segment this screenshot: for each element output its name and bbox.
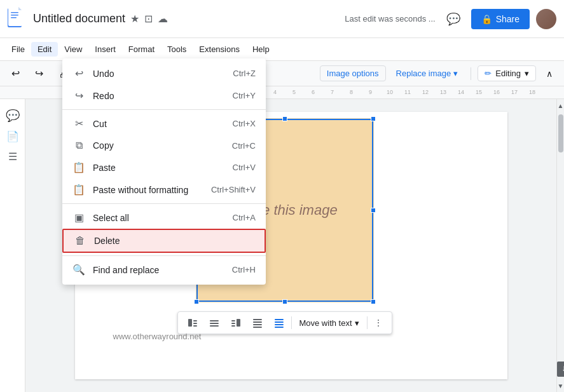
- paste-label: Paste: [93, 163, 233, 173]
- redo-icon: ↪: [72, 90, 85, 102]
- svg-rect-10: [209, 323, 218, 324]
- toolbar-divider-2: [471, 67, 471, 80]
- cut-icon: ✂: [72, 118, 85, 130]
- menu-item-redo[interactable]: ↪ Redo Ctrl+Y: [62, 84, 266, 107]
- avatar[interactable]: [536, 9, 556, 29]
- svg-rect-2: [11, 12, 18, 13]
- pencil-icon: ✏: [485, 69, 492, 78]
- img-align-right-btn[interactable]: [226, 314, 245, 331]
- svg-rect-16: [252, 319, 261, 320]
- svg-rect-18: [252, 324, 261, 325]
- menu-view[interactable]: View: [58, 42, 88, 57]
- scroll-up-button[interactable]: ▲: [557, 99, 565, 112]
- redo-shortcut: Ctrl+Y: [233, 91, 256, 100]
- cut-shortcut: Ctrl+X: [233, 119, 256, 128]
- move-text-dropdown-icon: ▾: [355, 318, 359, 328]
- handle-bottom-center[interactable]: [282, 299, 287, 304]
- handle-top-center[interactable]: [282, 116, 287, 121]
- doc-title[interactable]: Untitled document: [33, 12, 125, 25]
- menu-tools[interactable]: Tools: [161, 42, 193, 57]
- menu-item-paste[interactable]: 📋 Paste Ctrl+V: [62, 156, 266, 179]
- menu-extensions[interactable]: Extensions: [193, 42, 246, 57]
- menu-item-undo[interactable]: ↩ Undo Ctrl+Z: [62, 62, 266, 84]
- scroll-to-bottom-button[interactable]: ⬇: [557, 362, 564, 377]
- svg-rect-9: [209, 320, 218, 321]
- menu-item-select-all[interactable]: ▣ Select all Ctrl+A: [62, 206, 266, 229]
- undo-label: Undo: [93, 69, 233, 79]
- handle-top-right[interactable]: [371, 116, 376, 121]
- img-break-text-btn[interactable]: [269, 314, 288, 331]
- image-toolbar: Move with text ▾ ⋮: [177, 311, 392, 334]
- move-with-text-button[interactable]: Move with text ▾: [294, 316, 364, 330]
- svg-rect-21: [274, 321, 283, 323]
- svg-rect-6: [193, 320, 196, 321]
- menu-item-delete[interactable]: 🗑 Delete: [62, 229, 266, 253]
- star-icon[interactable]: ★: [130, 13, 139, 25]
- sidebar-menu-icon[interactable]: ☰: [5, 149, 20, 164]
- svg-rect-13: [231, 320, 235, 321]
- handle-bottom-left[interactable]: [194, 299, 199, 304]
- image-options-button[interactable]: Image options: [320, 65, 386, 81]
- select-all-icon: ▣: [72, 212, 85, 224]
- undo-button[interactable]: ↩: [5, 65, 26, 82]
- redo-button[interactable]: ↪: [29, 65, 50, 82]
- undo-shortcut: Ctrl+Z: [233, 69, 256, 78]
- menu-item-paste-no-format[interactable]: 📋 Paste without formatting Ctrl+Shift+V: [62, 179, 266, 201]
- menu-divider-1: [62, 109, 266, 110]
- find-replace-label: Find and replace: [93, 265, 232, 275]
- paste-shortcut: Ctrl+V: [233, 163, 256, 172]
- sidebar-left: 💬 📄 ☰: [0, 99, 25, 392]
- copy-label: Copy: [93, 140, 232, 151]
- svg-rect-23: [274, 327, 283, 328]
- folder-icon[interactable]: ⊡: [144, 13, 153, 25]
- scrollbar-right: ▲ ⬇ ▼: [556, 99, 564, 392]
- img-toolbar-sep2: [367, 316, 368, 329]
- svg-rect-8: [193, 325, 196, 327]
- menu-help[interactable]: Help: [246, 42, 276, 57]
- menu-item-cut[interactable]: ✂ Cut Ctrl+X: [62, 112, 266, 135]
- toolbar-right: Image options Replace image ▾ ✏ Editing …: [320, 65, 559, 81]
- editing-mode-button[interactable]: ✏ Editing ▾: [478, 65, 536, 81]
- sidebar-page-icon[interactable]: 📄: [5, 128, 20, 144]
- copy-icon: ⧉: [72, 140, 85, 151]
- svg-rect-3: [11, 15, 18, 16]
- svg-rect-5: [188, 319, 191, 327]
- paste-noformat-icon: 📋: [72, 184, 85, 196]
- paste-icon: 📋: [72, 161, 85, 173]
- collapse-toolbar-button[interactable]: ∧: [540, 66, 559, 81]
- select-all-label: Select all: [93, 213, 233, 223]
- copy-shortcut: Ctrl+C: [232, 141, 256, 151]
- menu-divider-2: [62, 203, 266, 204]
- select-all-shortcut: Ctrl+A: [233, 213, 256, 222]
- svg-rect-20: [274, 319, 283, 320]
- replace-image-dropdown-icon: ▾: [453, 69, 458, 78]
- cloud-icon[interactable]: ☁: [158, 13, 168, 25]
- lock-icon: 🔒: [481, 14, 492, 24]
- menu-item-find-replace[interactable]: 🔍 Find and replace Ctrl+H: [62, 259, 266, 281]
- sidebar-chat-icon[interactable]: 💬: [5, 108, 20, 123]
- svg-rect-7: [193, 323, 196, 324]
- edit-dropdown-menu: ↩ Undo Ctrl+Z ↪ Redo Ctrl+Y ✂ Cut Ctrl+X…: [62, 58, 266, 285]
- comment-button[interactable]: 💬: [442, 8, 465, 30]
- menu-edit[interactable]: Edit: [31, 42, 58, 57]
- menu-bar: File Edit View Insert Format Tools Exten…: [0, 38, 564, 61]
- share-button[interactable]: 🔒 Share: [471, 9, 530, 29]
- scroll-thumb[interactable]: [558, 114, 563, 152]
- img-align-left-btn[interactable]: [182, 314, 202, 331]
- svg-rect-14: [231, 323, 235, 324]
- menu-item-copy[interactable]: ⧉ Copy Ctrl+C: [62, 135, 266, 156]
- img-align-center-btn[interactable]: [204, 314, 223, 331]
- last-edit-text: Last edit was seconds ...: [345, 14, 435, 24]
- img-wrap-text-btn[interactable]: [247, 314, 266, 331]
- replace-image-button[interactable]: Replace image ▾: [390, 66, 465, 81]
- svg-rect-17: [252, 321, 261, 323]
- doc-title-area: Untitled document ★ ⊡ ☁: [33, 12, 345, 25]
- handle-middle-right[interactable]: [371, 208, 376, 213]
- menu-insert[interactable]: Insert: [88, 42, 122, 57]
- menu-format[interactable]: Format: [122, 42, 161, 57]
- handle-bottom-right[interactable]: [371, 299, 376, 304]
- scroll-down-button[interactable]: ▼: [557, 379, 565, 392]
- img-more-button[interactable]: ⋮: [370, 315, 387, 330]
- menu-file[interactable]: File: [5, 42, 31, 57]
- top-right-area: Last edit was seconds ... 💬 🔒 Share: [345, 8, 556, 30]
